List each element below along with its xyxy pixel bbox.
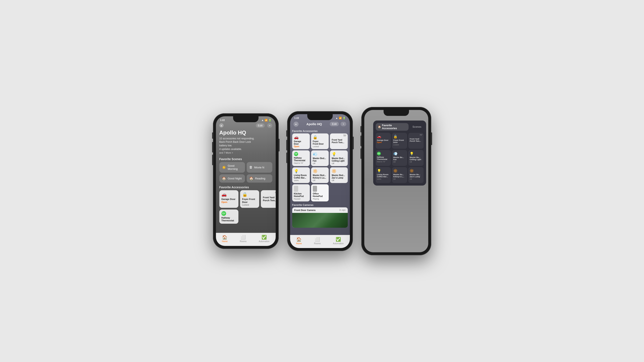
cc-tab-favorites[interactable]: 🏠 Favorite Accessories bbox=[376, 123, 409, 131]
p2-ceiling-icon: 💡 bbox=[332, 152, 346, 157]
cc-fan-sub: Off bbox=[393, 161, 406, 163]
tab-rooms-1[interactable]: ⬜ Rooms bbox=[240, 235, 247, 243]
scene-movie[interactable]: 🗑 Movie N bbox=[247, 162, 272, 173]
notch-2 bbox=[307, 114, 333, 120]
cc-zac-icon: 🔆 bbox=[410, 169, 422, 173]
automation-tab-label: Automation bbox=[259, 240, 270, 243]
p2-tile-thermo[interactable]: 73° HallwayThermostat Heat to 73° bbox=[292, 150, 310, 166]
acc-tile-garage[interactable]: 🚗 Garage Door Open bbox=[219, 190, 238, 208]
cc-garage-name: Garage Door bbox=[377, 139, 390, 141]
garage-status: Open bbox=[222, 201, 236, 203]
cc-tile-fan[interactable]: 💨 Master Be... Fan Off bbox=[392, 150, 407, 166]
alert-line-1: 10 accessories not responding. bbox=[219, 137, 272, 140]
p2-tile-kelcey[interactable]: 🔆 Master Bed...Kelcey's La... Off bbox=[311, 167, 329, 183]
cc-garage-icon: 🚗 bbox=[377, 134, 390, 139]
tab-automation-1[interactable]: ✅ Automation bbox=[259, 235, 270, 243]
cc-tile-frontdoor[interactable]: 🔒 Foyer Front Door Locked bbox=[392, 133, 407, 149]
cc-fan-name: Master Be... Fan bbox=[393, 156, 406, 161]
alert-line-2: Back Porch Back Door Lock bbox=[219, 140, 272, 144]
p2-location-icon: ▲ bbox=[294, 122, 298, 127]
p2-thermo-sub: Heat to 73° bbox=[294, 162, 308, 164]
p2-edit-button[interactable]: Edit bbox=[330, 122, 339, 126]
tab-rooms-2[interactable]: ⬜ Rooms bbox=[314, 237, 321, 245]
cc-zac-name: Master Be... Zac's Lamp bbox=[410, 173, 422, 178]
signal-icon-2: ▲ bbox=[336, 117, 338, 119]
p2-thermo-badge: 73° bbox=[294, 152, 298, 156]
p2-tile-ceiling[interactable]: 💡 Master Bed...Ceiling Light Off bbox=[330, 150, 348, 166]
p2-kitchen-pod-name: KitchenHomePod bbox=[294, 193, 308, 198]
cc-ceiling-icon: 💡 bbox=[410, 152, 422, 156]
tab-home-2[interactable]: 🏠 Home bbox=[296, 237, 302, 245]
signal-icon: ▲ bbox=[262, 119, 264, 121]
cc-kelcey-sub: Off bbox=[393, 178, 406, 180]
p2-tile-kitchen-pod[interactable]: KitchenHomePod Paused bbox=[292, 184, 310, 201]
scene-good-night[interactable]: 🏠 Good Night bbox=[219, 174, 245, 183]
cc-porch-name: Front Yard Porch Tem... bbox=[410, 138, 422, 143]
cc-tile-coffeebar[interactable]: 💡 Living Room Coffee Bar... 100% bbox=[376, 167, 391, 183]
p2-add-button[interactable]: + bbox=[340, 122, 346, 126]
cc-tile-ceiling[interactable]: 💡 Master Be... Ceiling Light Off bbox=[408, 150, 424, 166]
p2-nav-title: Apollo HQ bbox=[306, 122, 322, 126]
p2-tile-frontdoor[interactable]: 🔒 FoyerFront Door Locked bbox=[311, 133, 329, 149]
wifi-icon: 📶 bbox=[265, 119, 268, 122]
cc-tile-zac[interactable]: 🔆 Master Be... Zac's Lamp Off bbox=[408, 167, 424, 183]
cc-tile-garage[interactable]: 🚗 Garage Door Open bbox=[376, 133, 391, 149]
p2-tab-bar: 🏠 Home ⬜ Rooms ✅ Automation bbox=[290, 235, 350, 248]
cc-coffeebar-name: Living Room Coffee Bar... bbox=[377, 173, 390, 178]
cc-frontdoor-icon: 🔒 bbox=[393, 134, 406, 139]
cc-tab-scenes[interactable]: Scenes bbox=[410, 123, 424, 131]
p1-header-right: Edit + bbox=[256, 123, 272, 128]
p2-tile-office-pod[interactable]: OfficeHomePod Playing bbox=[311, 184, 329, 201]
cc-kelcey-icon: 🔆 bbox=[393, 169, 406, 173]
scene-night-label: Good Night bbox=[228, 177, 242, 180]
p2-camera-time: 2s ago bbox=[339, 209, 346, 211]
cc-tile-porch[interactable]: 70° Front Yard Porch Tem... bbox=[408, 133, 424, 149]
status-time-2: 1:22 bbox=[294, 117, 299, 119]
cc-tile-kelcey[interactable]: 🔆 Master Be... Kelcey's L... Off bbox=[392, 167, 407, 183]
cc-scenes-label: Scenes bbox=[412, 125, 421, 128]
cc-tile-thermo[interactable]: 73° Hallway Thermostat Heat to 73° bbox=[376, 150, 391, 166]
p1-tab-bar: 🏠 Home ⬜ Rooms ✅ Automation bbox=[216, 233, 276, 246]
p1-scenes-title: Favorite Scenes bbox=[216, 156, 276, 162]
scene-morning-label: Good Morning bbox=[228, 164, 242, 171]
thermo-name: Hallway Thermostat bbox=[222, 217, 236, 222]
tab-home-1[interactable]: 🏠 Home bbox=[222, 235, 228, 243]
tab-automation-2[interactable]: ✅ Automation bbox=[333, 237, 344, 245]
location-icon-1: ▲ bbox=[219, 123, 224, 127]
alert-more-link[interactable]: and 7 More > bbox=[219, 151, 233, 154]
battery-icon: 🔋 bbox=[268, 119, 272, 122]
p2-camera-feed bbox=[292, 213, 348, 228]
cc-coffeebar-icon: 💡 bbox=[377, 169, 390, 173]
status-time-1: 1:22 bbox=[220, 119, 225, 121]
p2-tile-coffeebar[interactable]: 💡 Living RoomCoffee Bar... 100% bbox=[292, 167, 310, 183]
p2-camera-card[interactable]: Front Door Camera 2s ago bbox=[292, 207, 348, 228]
cc-fav-icon: 🏠 bbox=[378, 125, 381, 128]
scene-reading-label: Reading bbox=[255, 177, 265, 180]
cc-fan-icon: 💨 bbox=[393, 152, 406, 156]
cc-frontdoor-name: Foyer Front Door bbox=[393, 139, 406, 144]
acc-tile-thermo[interactable]: 73° Hallway Thermostat bbox=[219, 210, 238, 224]
p2-tile-garage[interactable]: 🚗 GarageDoor Open bbox=[292, 133, 310, 149]
p2-grid-row1: 🚗 GarageDoor Open 🔒 FoyerFront Door Lock… bbox=[292, 133, 348, 149]
p2-frontdoor-name: FoyerFront Door bbox=[313, 140, 327, 145]
frontdoor-status: Locked bbox=[242, 204, 257, 206]
porch-name: Front Yard Porch Tem... bbox=[263, 196, 276, 202]
scene-good-morning[interactable]: ☀️ Good Morning bbox=[219, 162, 245, 173]
cc-kelcey-name: Master Be... Kelcey's L... bbox=[393, 173, 406, 178]
cc-zac-sub: Off bbox=[410, 178, 422, 180]
scene-reading[interactable]: 🏠 Reading bbox=[247, 174, 272, 183]
p2-coffeebar-icon: 💡 bbox=[294, 169, 308, 173]
status-icons-1: ▲ 📶 🔋 bbox=[262, 119, 272, 122]
p1-add-button[interactable]: + bbox=[267, 123, 272, 128]
p2-porch-name: Front Yard Porch Tem... bbox=[332, 139, 346, 144]
p2-tile-fan[interactable]: 💨 Master Bed...Fan Off bbox=[311, 150, 329, 166]
p2-tile-zac[interactable]: 🔆 Master Bed...Zac's Lamp Off bbox=[330, 167, 348, 183]
garage-name: Garage Door bbox=[222, 198, 236, 201]
acc-tile-frontdoor[interactable]: 🔒 Foyer Front Door Locked bbox=[240, 190, 259, 208]
cc-frontdoor-sub: Locked bbox=[393, 144, 406, 146]
p2-office-pod-icon bbox=[313, 186, 317, 192]
acc-tile-porch[interactable]: 40° Front Yard Porch Tem... bbox=[261, 190, 276, 208]
p2-tile-porch[interactable]: 70° Front Yard Porch Tem... bbox=[330, 133, 348, 149]
cc-garage-status: Open bbox=[377, 141, 390, 143]
p1-edit-button[interactable]: Edit bbox=[256, 123, 265, 128]
